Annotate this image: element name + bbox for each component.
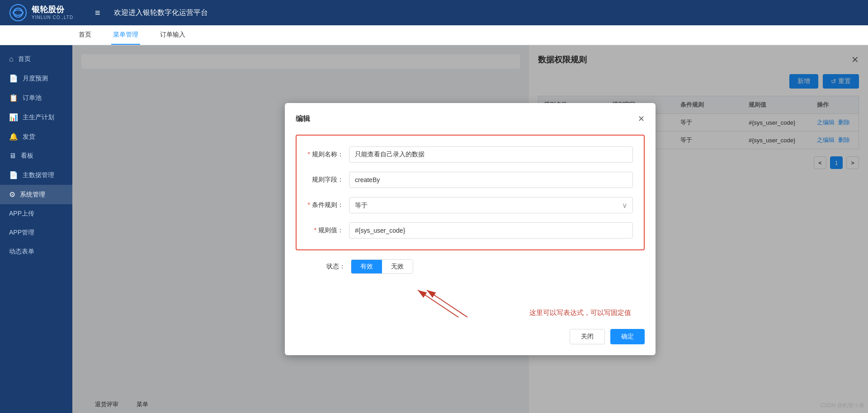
sidebar-item-master-data[interactable]: 📄 主数据管理 (0, 165, 72, 185)
annotation-text: 这里可以写表达式，可以写固定值 (529, 309, 631, 317)
sidebar-item-label: APP上传 (9, 210, 34, 218)
home-icon: ⌂ (9, 55, 14, 63)
modal-close-button[interactable]: ✕ (638, 114, 645, 124)
header-title: 欢迎进入银轮数字化运营平台 (114, 8, 859, 18)
content-area: 退货评审 菜单 数据权限规则 ✕ 新增 ↺ 重置 规则名称 规则字段 条件规则 (72, 45, 868, 413)
master-data-icon: 📄 (9, 171, 18, 179)
kanban-icon: 🖥 (9, 152, 16, 160)
sidebar-item-home[interactable]: ⌂ 首页 (0, 50, 72, 69)
rule-name-input[interactable] (349, 146, 633, 163)
menu-toggle-icon[interactable]: ≡ (95, 8, 100, 18)
close-button[interactable]: 关闭 (570, 329, 605, 344)
sidebar-item-label: 发货 (23, 133, 35, 141)
order-pool-icon: 📋 (9, 94, 18, 102)
logo-text: 银轮股份 YINLUN CO.,LTD (32, 5, 73, 20)
required-star: * (314, 226, 316, 234)
svg-point-0 (10, 5, 26, 21)
sidebar-item-monthly[interactable]: 📄 月度预测 (0, 69, 72, 88)
rule-value-label: *规则值： (307, 226, 344, 235)
rule-field-label: 规则字段： (307, 176, 344, 184)
tab-menu-management[interactable]: 菜单管理 (111, 25, 140, 45)
edit-modal: 编辑 ✕ *规则名称： 规则字段： (285, 103, 656, 355)
watermark: CSDN @机智小表 (820, 402, 864, 409)
form-row-rule-field: 规则字段： (307, 172, 633, 188)
sidebar-item-app-manage[interactable]: APP管理 (0, 223, 72, 242)
condition-label: *条件规则： (307, 201, 344, 209)
form-row-rule-name: *规则名称： (307, 146, 633, 163)
sidebar-item-kanban[interactable]: 🖥 看板 (0, 146, 72, 165)
app-header: 银轮股份 YINLUN CO.,LTD ≡ 欢迎进入银轮数字化运营平台 (0, 0, 868, 25)
modal-title: 编辑 (296, 114, 310, 124)
system-icon: ⚙ (9, 190, 15, 199)
sidebar-item-label: 首页 (18, 55, 31, 63)
status-label: 状态： (309, 263, 345, 271)
main-layout: ⌂ 首页 📄 月度预测 📋 订单池 📊 主生产计划 🔔 发货 🖥 看板 📄 主数… (0, 45, 868, 413)
status-row: 状态： 有效 无效 (296, 259, 645, 274)
sidebar-item-label: APP管理 (9, 229, 34, 237)
condition-select-wrapper: 等于 不等于 大于 小于 包含 ∨ (349, 197, 633, 213)
nav-tabs: 首页 菜单管理 订单输入 (0, 25, 868, 45)
status-inactive-button[interactable]: 无效 (382, 260, 413, 273)
sidebar-item-dynamic-form[interactable]: 动态表单 (0, 242, 72, 261)
sidebar-item-app-upload[interactable]: APP上传 (0, 204, 72, 223)
tab-order-input[interactable]: 订单输入 (158, 25, 187, 45)
sidebar-item-label: 订单池 (23, 94, 42, 102)
sidebar-item-order-pool[interactable]: 📋 订单池 (0, 88, 72, 108)
sidebar-item-label: 主数据管理 (23, 171, 54, 179)
modal-form-box: *规则名称： 规则字段： *条件规则： (296, 135, 645, 250)
status-active-button[interactable]: 有效 (351, 260, 382, 273)
rule-name-label: *规则名称： (307, 150, 344, 159)
sidebar-item-label: 看板 (21, 152, 33, 160)
required-star: * (308, 150, 310, 158)
modal-footer: 关闭 确定 (296, 329, 645, 344)
production-icon: 📊 (9, 113, 18, 122)
delivery-icon: 🔔 (9, 132, 18, 141)
sidebar: ⌂ 首页 📄 月度预测 📋 订单池 📊 主生产计划 🔔 发货 🖥 看板 📄 主数… (0, 45, 72, 413)
modal-header: 编辑 ✕ (296, 114, 645, 124)
svg-line-4 (427, 290, 467, 317)
sidebar-item-label: 月度预测 (23, 75, 48, 83)
status-toggle-group: 有效 无效 (351, 259, 413, 274)
annotation-area: 这里可以写表达式，可以写固定值 (296, 281, 645, 322)
sidebar-item-label: 系统管理 (20, 191, 45, 199)
sidebar-item-label: 动态表单 (9, 248, 34, 256)
condition-select[interactable]: 等于 不等于 大于 小于 包含 (349, 197, 633, 213)
sidebar-item-system[interactable]: ⚙ 系统管理 (0, 185, 72, 204)
sidebar-item-delivery[interactable]: 🔔 发货 (0, 127, 72, 146)
monthly-icon: 📄 (9, 74, 18, 83)
rule-value-input[interactable] (349, 222, 633, 239)
required-star: * (308, 201, 310, 208)
sidebar-item-label: 主生产计划 (23, 113, 54, 122)
tab-home[interactable]: 首页 (77, 25, 93, 45)
logo: 银轮股份 YINLUN CO.,LTD (9, 4, 81, 22)
logo-icon (9, 4, 27, 22)
rule-field-input[interactable] (349, 172, 633, 188)
sidebar-item-production[interactable]: 📊 主生产计划 (0, 108, 72, 127)
svg-line-3 (418, 290, 458, 317)
confirm-button[interactable]: 确定 (610, 329, 645, 344)
form-row-condition: *条件规则： 等于 不等于 大于 小于 包含 ∨ (307, 197, 633, 213)
form-row-rule-value: *规则值： (307, 222, 633, 239)
